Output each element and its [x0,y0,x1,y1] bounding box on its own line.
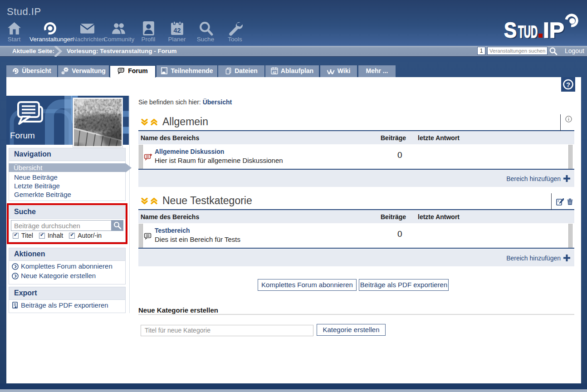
svg-text:42: 42 [273,71,276,74]
svg-text:S: S [504,18,517,39]
svg-text:42: 42 [173,27,181,34]
svg-text:?: ? [566,81,570,88]
svg-text:TUD: TUD [518,23,538,39]
svg-text:IP: IP [543,18,564,39]
